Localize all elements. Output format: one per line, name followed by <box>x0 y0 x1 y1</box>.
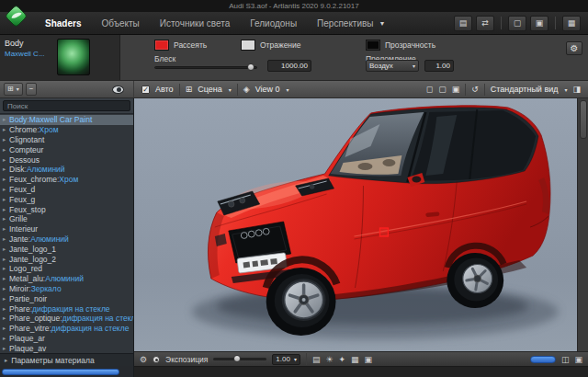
disclosure-icon[interactable]: ▸ <box>3 335 9 342</box>
exposure-slider[interactable] <box>213 358 266 360</box>
list-item[interactable]: ▸Plaque_ar <box>0 334 133 344</box>
disclosure-icon[interactable]: ▸ <box>3 345 9 352</box>
disclosure-icon[interactable]: ▸ <box>3 206 9 213</box>
vertical-scrollbar-thumb[interactable] <box>580 100 587 139</box>
disclosure-icon[interactable]: ▸ <box>3 305 9 313</box>
transparency-color-swatch[interactable] <box>366 40 380 51</box>
list-item[interactable]: ▸Feux_chrome : Хром <box>0 175 133 185</box>
scene-selector[interactable]: Сцена <box>198 85 222 94</box>
list-item[interactable]: ▸Logo_red <box>0 264 133 274</box>
list-item[interactable]: ▸Disk : Алюминий <box>0 165 133 175</box>
disclosure-icon[interactable]: ▸ <box>3 225 9 233</box>
auto-checkbox[interactable]: ✓ <box>141 86 150 94</box>
disclosure-icon[interactable]: ▸ <box>3 265 9 272</box>
batch-render-icon[interactable]: ▣ <box>530 16 548 31</box>
media-icon[interactable]: ▤ <box>312 355 321 364</box>
disclosure-icon[interactable]: ▸ <box>3 196 9 203</box>
list-item[interactable]: ▸Chrome : Хром <box>0 125 133 135</box>
disclosure-icon[interactable]: ▸ <box>3 325 9 332</box>
list-item[interactable]: ▸Jante_logo_1 <box>0 244 133 254</box>
shine-value-field[interactable]: 1000.00 <box>267 60 311 72</box>
right-panel-icon[interactable]: ◨ <box>572 85 581 94</box>
disclosure-icon[interactable]: ▸ <box>3 146 9 154</box>
list-item[interactable]: ▸Jante_logo_2 <box>0 254 133 264</box>
monitor-icon[interactable]: ▣ <box>365 355 373 364</box>
lights-icon[interactable]: ✦ <box>339 355 346 364</box>
disclosure-icon[interactable]: ▸ <box>3 215 9 223</box>
disclosure-icon[interactable]: ▸ <box>3 126 9 133</box>
title-bar[interactable]: Audi S3.aof - Artlantis 2020 9.0.2.21017 <box>0 0 588 12</box>
tab-heliodons[interactable]: Гелиодоны <box>240 12 307 35</box>
wrench-icon[interactable]: ⚙ <box>566 41 582 55</box>
tab-perspectives[interactable]: Перспективы <box>307 12 383 35</box>
remove-shader-button[interactable]: − <box>26 83 38 96</box>
transfer-icon[interactable]: ⇄ <box>476 16 494 31</box>
horizontal-scrollbar-thumb[interactable] <box>2 369 119 375</box>
render-monitor-icon[interactable]: ◫ <box>561 355 570 364</box>
media-store-icon[interactable]: ▤ <box>454 16 472 31</box>
reflection-color-swatch[interactable] <box>241 40 255 51</box>
disclosure-icon[interactable]: ▸ <box>3 116 9 123</box>
list-item[interactable]: ▸Plaque_av <box>0 343 133 353</box>
disclosure-icon[interactable]: ▸ <box>3 275 9 282</box>
disclosure-icon[interactable]: ▸ <box>3 285 9 292</box>
tab-objects[interactable]: Объекты <box>91 12 149 35</box>
material-params-header[interactable]: ▸ Параметры материала <box>0 353 133 366</box>
shine-slider-thumb[interactable] <box>247 63 254 71</box>
list-item[interactable]: ▸Compteur <box>0 144 133 154</box>
disclosure-icon[interactable]: ▸ <box>3 235 9 243</box>
disclosure-icon[interactable]: ▸ <box>3 166 9 173</box>
list-item[interactable]: ▸Phare : дифракция на стекле <box>0 303 133 314</box>
selected-shader-name[interactable]: Maxwell C... <box>5 50 51 58</box>
list-item[interactable]: ▸Interieur <box>0 224 133 234</box>
diffuse-color-swatch[interactable] <box>154 40 169 51</box>
refraction-value-field[interactable]: 1.00 <box>424 60 454 72</box>
list-item[interactable]: ▸Jante : Алюминий <box>0 234 133 245</box>
list-item[interactable]: ▸Body : Maxwell Car Paint <box>0 115 133 125</box>
grid-icon[interactable]: ▦ <box>351 355 359 364</box>
list-item[interactable]: ▸Feux_g <box>0 194 133 204</box>
fit-view-icon[interactable]: ◻ <box>426 85 433 94</box>
exposure-slider-thumb[interactable] <box>233 355 241 362</box>
list-item[interactable]: ▸Metal_alu : Алюминий <box>0 274 133 284</box>
panels-icon[interactable]: ▦ <box>562 16 581 31</box>
list-item[interactable]: ▸Partie_noir <box>0 293 133 303</box>
chevron-down-icon[interactable]: ▾ <box>287 86 289 93</box>
list-item[interactable]: ▸Miroir : Зеркало <box>0 284 133 294</box>
chevron-down-icon[interactable]: ▾ <box>564 86 567 93</box>
vertical-scrollbar[interactable] <box>577 98 588 351</box>
list-item[interactable]: ▸Dessous <box>0 154 133 165</box>
disclosure-icon[interactable]: ▸ <box>3 295 9 303</box>
list-item[interactable]: ▸Feux_d <box>0 185 133 195</box>
list-item[interactable]: ▸Phare_optique : дифракция на стекле <box>0 314 133 324</box>
refraction-medium-select[interactable]: Воздух ▾ <box>366 60 419 72</box>
chevron-down-icon[interactable]: ▾ <box>229 86 232 93</box>
shader-selection-marker[interactable] <box>379 228 388 236</box>
list-item[interactable]: ▸Grille <box>0 214 133 224</box>
view-selector[interactable]: View 0 <box>255 85 280 94</box>
3d-viewport[interactable] <box>134 98 577 351</box>
shine-slider[interactable] <box>154 66 257 69</box>
expand-view-icon[interactable]: ▢ <box>438 85 447 94</box>
layout-view-icon[interactable]: ▣ <box>452 85 460 94</box>
shader-preview-thumbnail[interactable] <box>57 39 90 75</box>
render-window-icon[interactable]: ▢ <box>508 16 526 31</box>
heliodon-sun-icon[interactable]: ☀ <box>325 355 333 364</box>
tab-shaders[interactable]: Shaders <box>35 12 91 35</box>
eye-icon[interactable] <box>112 86 124 94</box>
tab-lights[interactable]: Источники света <box>150 12 241 35</box>
disclosure-icon[interactable]: ▸ <box>3 186 9 193</box>
search-input[interactable]: Поиск <box>3 100 130 111</box>
blue-indicator-button[interactable] <box>530 356 556 363</box>
gear-icon[interactable]: ⚙ <box>140 355 147 364</box>
list-item[interactable]: ▸Feux_stop <box>0 204 133 214</box>
exposure-radio[interactable] <box>153 356 160 363</box>
disclosure-icon[interactable]: ▸ <box>3 314 9 322</box>
disclosure-icon[interactable]: ▸ <box>3 156 9 164</box>
panels-icon[interactable]: ▣ <box>574 355 582 364</box>
list-item[interactable]: ▸Phare_vitre : дифракция на стекле <box>0 324 133 334</box>
disclosure-icon[interactable]: ▸ <box>3 136 9 143</box>
disclosure-icon[interactable]: ▸ <box>3 246 9 253</box>
chevron-down-icon[interactable]: ▼ <box>379 20 386 27</box>
rotate-view-icon[interactable]: ↺ <box>471 85 479 94</box>
